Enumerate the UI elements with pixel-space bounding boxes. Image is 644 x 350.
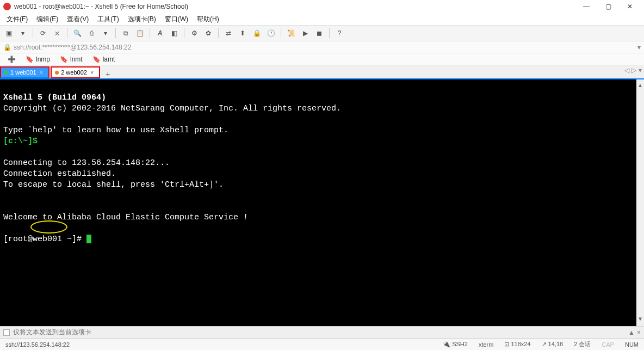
close-tab-icon[interactable]: × — [90, 69, 94, 76]
open-icon[interactable]: ▾ — [17, 28, 28, 39]
transfer-icon[interactable]: ⇄ — [223, 28, 234, 39]
font-icon[interactable]: A — [154, 28, 165, 39]
status-dot-icon — [55, 71, 59, 75]
title-bar: web001 - root@web001:~ - Xshell 5 (Free … — [0, 0, 644, 13]
paste-icon[interactable]: 📋 — [134, 28, 145, 39]
stop-icon[interactable]: ◼ — [314, 28, 325, 39]
search-icon[interactable]: 🔍 — [72, 28, 83, 39]
tab-list-icon[interactable]: ▾ — [639, 66, 642, 74]
script-icon[interactable]: 📜 — [286, 28, 296, 39]
upload-icon[interactable]: ⬆ — [237, 28, 248, 39]
dropdown-icon[interactable]: ▾ — [100, 28, 111, 39]
bookmark-bar: ➕ 🔖lnmp 🔖lnmt 🔖lamt — [0, 53, 644, 65]
status-size: ⊡ 118x24 — [502, 341, 532, 348]
send-input-label: 仅将文本发送到当前选项卡 — [13, 328, 91, 337]
reconnect-icon[interactable]: ⟳ — [38, 28, 48, 39]
terminal-line: Connecting to 123.56.254.148:22... — [3, 158, 170, 168]
separator — [33, 28, 33, 38]
separator — [218, 28, 219, 38]
annotation-ellipse — [30, 220, 67, 234]
input-close-icon[interactable]: × — [637, 329, 641, 336]
tab-label: web001 — [15, 69, 36, 76]
bookmark-label: lnmt — [70, 56, 83, 63]
status-cap: CAP — [599, 341, 616, 348]
dropdown-icon[interactable]: ▾ — [637, 44, 641, 51]
menu-window[interactable]: 窗口(W) — [162, 14, 191, 25]
bookmark-icon: 🔖 — [26, 56, 34, 63]
tab-label: web002 — [66, 69, 87, 76]
status-bar: ssh://123.56.254.148:22 🔌 SSH2 xterm ⊡ 1… — [0, 338, 644, 350]
menu-edit[interactable]: 编辑(E) — [33, 14, 61, 25]
input-up-icon[interactable]: ▲ — [628, 329, 635, 336]
tab-number: 1 — [10, 69, 14, 76]
tab-nav-left-icon[interactable]: ◁ — [624, 66, 629, 74]
color-icon[interactable]: ◧ — [169, 28, 179, 39]
app-icon — [3, 3, 11, 10]
minimize-button[interactable]: — — [575, 0, 597, 13]
send-all-checkbox[interactable] — [3, 329, 10, 336]
lock-icon: 🔒 — [3, 44, 11, 51]
terminal-prompt: [c:\~]$ — [3, 137, 38, 146]
separator — [184, 28, 184, 38]
add-bookmark-icon[interactable]: ➕ — [3, 54, 20, 64]
bookmark-label: lamt — [103, 56, 115, 63]
gear-icon[interactable]: ✿ — [203, 28, 214, 39]
session-tab-web001[interactable]: 1 web001 × — [0, 66, 49, 78]
bookmark-item[interactable]: 🔖lnmp — [21, 54, 54, 64]
bookmark-label: lnmp — [36, 56, 50, 63]
new-tab-button[interactable]: + — [101, 70, 114, 78]
bookmark-icon: 🔖 — [60, 56, 68, 63]
help-icon[interactable]: ? — [334, 28, 345, 39]
maximize-button[interactable]: ▢ — [597, 0, 619, 13]
disconnect-icon[interactable]: ⨯ — [52, 28, 63, 39]
separator — [67, 28, 67, 38]
lock-icon[interactable]: 🔒 — [251, 28, 262, 39]
session-tab-strip: 1 web001 × 2 web002 × + ◁ ▷ ▾ — [0, 65, 644, 78]
terminal-line: Xshell 5 (Build 0964) — [3, 93, 106, 102]
terminal-line: To escape to local shell, press 'Ctrl+Al… — [3, 180, 224, 189]
separator — [150, 28, 150, 38]
bookmark-item[interactable]: 🔖lamt — [88, 54, 120, 64]
terminal-line: Type `help' to learn how to use Xshell p… — [3, 126, 228, 135]
address-bar: 🔒 ssh://root:***********@123.56.254.148:… — [0, 41, 644, 53]
print-icon[interactable]: ⎙ — [86, 28, 97, 39]
terminal-output[interactable]: Xshell 5 (Build 0964) Copyright (c) 2002… — [0, 79, 644, 326]
menu-bar: 文件(F) 编辑(E) 查看(V) 工具(T) 选项卡(B) 窗口(W) 帮助(… — [0, 13, 644, 25]
terminal-line: Copyright (c) 2002-2016 NetSarang Comput… — [3, 104, 341, 113]
terminal-prompt: [root@web001 ~]# — [3, 235, 86, 244]
clock-icon[interactable]: 🕐 — [265, 28, 276, 39]
status-dot-icon — [4, 71, 8, 75]
address-input[interactable]: ssh://root:***********@123.56.254.148:22 — [14, 44, 637, 51]
menu-tools[interactable]: 工具(T) — [94, 14, 122, 25]
status-num: NUM — [623, 341, 641, 348]
bookmark-icon: 🔖 — [92, 56, 101, 63]
tab-number: 2 — [61, 69, 64, 76]
record-icon[interactable]: ▶ — [300, 28, 311, 39]
copy-icon[interactable]: ⧉ — [120, 28, 131, 39]
settings-icon[interactable]: ⚙ — [189, 28, 200, 39]
menu-view[interactable]: 查看(V) — [64, 14, 92, 25]
status-cursor-pos: ↗ 14,18 — [540, 341, 566, 348]
terminal-line: Connection established. — [3, 169, 116, 179]
new-session-icon[interactable]: ▣ — [3, 28, 14, 39]
toolbar: ▣ ▾ ⟳ ⨯ 🔍 ⎙ ▾ ⧉ 📋 A ◧ ⚙ ✿ ⇄ ⬆ 🔒 🕐 📜 ▶ ◼ … — [0, 25, 644, 41]
scroll-down-icon[interactable]: ▼ — [639, 313, 642, 326]
bookmark-item[interactable]: 🔖lnmt — [55, 54, 87, 64]
separator — [115, 28, 116, 38]
menu-help[interactable]: 帮助(H) — [194, 14, 222, 25]
scroll-up-icon[interactable]: ▲ — [639, 79, 642, 93]
menu-file[interactable]: 文件(F) — [3, 14, 31, 25]
close-button[interactable]: ✕ — [619, 0, 641, 13]
send-input-bar: 仅将文本发送到当前选项卡 ▲ × — [0, 326, 644, 338]
terminal-scrollbar[interactable]: ▲ ▼ — [636, 79, 644, 326]
separator — [329, 28, 330, 38]
session-tab-web002[interactable]: 2 web002 × — [51, 66, 100, 78]
status-term: xterm — [476, 341, 496, 348]
status-address: ssh://123.56.254.148:22 — [3, 341, 72, 348]
menu-tabs[interactable]: 选项卡(B) — [125, 14, 159, 25]
close-tab-icon[interactable]: × — [40, 69, 43, 76]
separator — [281, 28, 281, 38]
status-ssh: 🔌 SSH2 — [441, 341, 470, 348]
tab-nav-right-icon[interactable]: ▷ — [631, 66, 636, 74]
window-title: web001 - root@web001:~ - Xshell 5 (Free … — [14, 3, 188, 10]
